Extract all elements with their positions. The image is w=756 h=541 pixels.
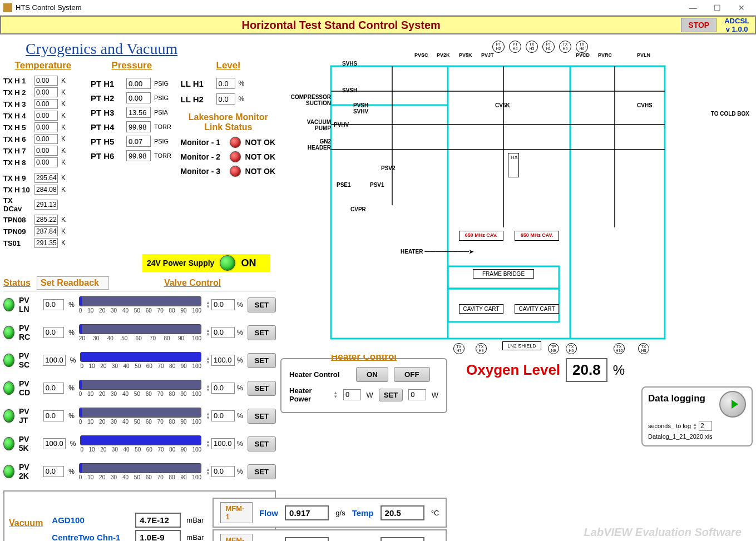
level-unit: %: [239, 95, 245, 103]
valve-control-header: Valve Control: [109, 278, 276, 288]
pressure-label: PT H1: [91, 79, 124, 88]
valve-setpoint[interactable]: 0.0: [211, 383, 235, 394]
watermark: LabVIEW Evaluation Software: [584, 526, 742, 539]
temp-unit: K: [61, 186, 66, 193]
seconds-input[interactable]: 2: [699, 421, 712, 431]
level-row: LL H2 0.0 %: [181, 93, 276, 105]
vacuum-value: 1.0E-9: [135, 530, 181, 542]
valve-set-button[interactable]: SET: [248, 297, 276, 312]
temp-row: TX H 10 284.08 K: [3, 185, 83, 195]
temp-label: TX H 1: [3, 77, 32, 85]
temp-value: 0.00: [34, 146, 58, 156]
monitor-row: Monitor - 3 NOT OK: [181, 166, 276, 177]
power-led: [220, 255, 235, 271]
vacuum-label: AGD100: [52, 515, 130, 525]
valve-status-led: [3, 465, 14, 478]
valve-label: PV CD: [19, 379, 39, 397]
vacuum-label: CentreTwo Chn-1: [52, 533, 130, 542]
temp-value: 291.35: [34, 238, 58, 248]
readback-header: Set Readback: [37, 276, 109, 290]
stop-button[interactable]: STOP: [681, 18, 717, 32]
heater-power-input[interactable]: 0: [343, 389, 361, 400]
pressure-unit: PSIG: [154, 80, 169, 87]
app-icon: [3, 3, 12, 12]
status-header: Status: [3, 278, 37, 288]
valve-readback: 100.0: [43, 438, 66, 449]
valve-slider[interactable]: 0102030405060708090100: [79, 408, 201, 425]
valve-setpoint[interactable]: 100.0: [211, 355, 235, 366]
valve-slider[interactable]: 0102030405060708090100: [80, 435, 201, 453]
oxygen-label: Oxygen Level: [466, 361, 560, 379]
temp-row: TX H 9 295.64 K: [3, 173, 83, 183]
valve-set-button[interactable]: SET: [248, 409, 276, 424]
valve-readback: 0.0: [43, 383, 64, 394]
lakeshore-title-1: Lakeshore Monitor: [181, 112, 276, 122]
heater-set-button[interactable]: SET: [379, 389, 403, 401]
monitor-status: NOT OK: [245, 167, 275, 176]
pressure-label: PT H2: [91, 93, 124, 103]
temp-label: TX DCav: [3, 196, 32, 213]
valve-setpoint[interactable]: 100.0: [211, 438, 235, 449]
valve-row: PV LN 0.0 % 0102030405060708090100 ▲▼ 0.…: [3, 296, 276, 314]
temp-value: 291.13: [34, 200, 58, 210]
temp-row: TX H 8 0.00 K: [3, 157, 83, 167]
valve-slider[interactable]: 0102030405060708090100: [80, 352, 201, 369]
valve-label: PV 2K: [19, 463, 39, 480]
valve-setpoint[interactable]: 0.0: [211, 299, 235, 310]
header-bar: Horizontal Test Stand Control System STO…: [0, 16, 756, 34]
pressure-value: 99.98: [126, 150, 151, 161]
valve-set-button[interactable]: SET: [248, 436, 276, 451]
temp-unit: K: [61, 77, 66, 85]
valve-row: PV CD 0.0 % 0102030405060708090100 ▲▼ 0.…: [3, 379, 276, 397]
valve-label: PV RC: [19, 324, 39, 341]
heater-panel: Heater Control Heater Control ON OFF Hea…: [280, 358, 447, 413]
pressure-value: 13.56: [126, 107, 151, 118]
valve-set-button[interactable]: SET: [248, 325, 276, 340]
valve-slider[interactable]: 2030405060708090100: [79, 324, 201, 341]
monitor-led: [230, 137, 241, 148]
pressure-row: PT H6 99.98 TORR: [91, 150, 173, 161]
valve-setpoint[interactable]: 0.0: [211, 327, 235, 338]
heater-on-button[interactable]: ON: [356, 367, 388, 382]
valve-setpoint[interactable]: 0.0: [211, 466, 235, 477]
temp-value: 0.00: [34, 76, 58, 86]
valve-row: PV SC 100.0 % 0102030405060708090100 ▲▼ …: [3, 351, 276, 369]
cart-2: CAVITY CART: [515, 304, 559, 314]
monitor-label: Monitor - 3: [181, 167, 225, 176]
close-button[interactable]: ✕: [730, 3, 753, 12]
monitor-label: Monitor - 1: [181, 138, 225, 147]
valve-status-led: [3, 381, 14, 395]
vacuum-row: AGD100 4.7E-12 mBar: [52, 513, 204, 528]
temp-unit: K: [61, 227, 66, 235]
datalog-run-button[interactable]: [719, 391, 746, 418]
temp-unit: K: [61, 100, 66, 108]
temp-row: TX H 4 0.00 K: [3, 111, 83, 121]
valve-set-button[interactable]: SET: [248, 464, 276, 479]
pressure-row: PT H5 0.07 PSIG: [91, 136, 173, 147]
level-row: LL H1 0.0 %: [181, 78, 276, 89]
temp-label: TX H 5: [3, 123, 32, 132]
mfm-tag: MFM-1: [220, 502, 252, 523]
valve-set-button[interactable]: SET: [248, 353, 276, 368]
heater-off-button[interactable]: OFF: [394, 367, 430, 382]
temp-unit: K: [61, 112, 66, 120]
valve-row: PV 2K 0.0 % 0102030405060708090100 ▲▼ 0.…: [3, 463, 276, 480]
maximize-button[interactable]: ☐: [706, 3, 728, 12]
valve-setpoint[interactable]: 0.0: [211, 410, 235, 421]
pressure-row: PT H4 99.98 TORR: [91, 121, 173, 132]
version-badge: ADCSL v 1.0.0: [719, 17, 755, 33]
valve-slider[interactable]: 0102030405060708090100: [79, 296, 201, 314]
valve-set-button[interactable]: SET: [248, 381, 276, 396]
mfm-flow-label: Flow: [259, 508, 278, 518]
temp-value: 0.00: [34, 111, 58, 121]
valve-slider[interactable]: 0102030405060708090100: [79, 380, 201, 397]
temp-unit: K: [61, 174, 66, 182]
minimize-button[interactable]: —: [682, 3, 704, 12]
sch-vacpump: VACUUMPUMP: [284, 119, 331, 131]
temp-row: TPN09 287.84 K: [3, 226, 83, 236]
valve-slider[interactable]: 0102030405060708090100: [79, 463, 201, 480]
window-title: HTS Control System: [16, 3, 682, 12]
vacuum-row: CentreTwo Chn-1 1.0E-9 mBar: [52, 530, 204, 542]
pressure-row: PT H2 0.00 PSIG: [91, 92, 173, 103]
temp-label: TX H 4: [3, 112, 32, 120]
